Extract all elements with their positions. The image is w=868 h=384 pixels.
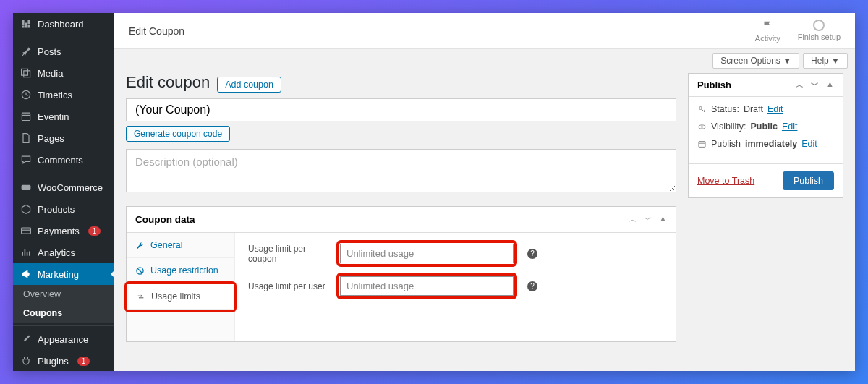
finish-setup-button[interactable]: Finish setup	[798, 20, 841, 43]
move-up-icon[interactable]: ︿	[629, 214, 637, 225]
svg-rect-3	[22, 228, 31, 234]
move-down-icon[interactable]: ﹀	[644, 214, 652, 225]
flag-icon	[761, 20, 774, 33]
sidebar-item-posts[interactable]: Posts	[13, 38, 114, 62]
svg-rect-1	[22, 113, 30, 120]
finish-label: Finish setup	[798, 33, 841, 41]
coupon-title-input[interactable]	[126, 98, 676, 121]
status-label: Status:	[711, 104, 739, 114]
calendar-icon	[20, 111, 32, 122]
submenu-overview[interactable]: Overview	[13, 285, 114, 304]
help-icon[interactable]: ?	[527, 281, 537, 291]
screen-options-button[interactable]: Screen Options ▼	[712, 53, 799, 69]
key-icon	[697, 105, 707, 114]
sidebar-label: Analytics	[38, 247, 75, 258]
sidebar-item-marketing[interactable]: Marketing	[13, 263, 114, 285]
sidebar-item-comments[interactable]: Comments	[13, 149, 114, 171]
sidebar-label: Appearance	[38, 334, 88, 345]
sidebar-item-products[interactable]: Products	[13, 198, 114, 220]
move-to-trash-link[interactable]: Move to Trash	[697, 176, 754, 186]
sidebar-label: Posts	[38, 46, 61, 57]
sidebar-item-woocommerce[interactable]: WooCommerce	[13, 174, 114, 198]
eye-icon	[697, 122, 707, 132]
schedule-label: Publish	[711, 139, 741, 149]
product-icon	[20, 203, 32, 215]
sidebar-label: Payments	[38, 226, 80, 236]
sidebar-item-eventin[interactable]: Eventin	[13, 106, 114, 127]
pin-icon	[20, 46, 32, 57]
limit-per-user-input[interactable]	[340, 276, 514, 296]
help-button[interactable]: Help ▼	[803, 53, 848, 69]
add-coupon-button[interactable]: Add coupon	[217, 77, 281, 93]
sidebar-label: Dashboard	[38, 19, 84, 30]
circle-icon	[813, 20, 825, 31]
activity-button[interactable]: Activity	[755, 20, 780, 43]
media-icon	[20, 67, 32, 79]
clock-icon	[20, 89, 32, 101]
toggle-icon[interactable]: ▲	[659, 214, 667, 225]
visibility-edit-link[interactable]: Edit	[782, 121, 798, 132]
comment-icon	[20, 154, 32, 166]
publish-title: Publish	[697, 80, 731, 90]
toggle-icon[interactable]: ▲	[826, 80, 834, 90]
plug-icon	[20, 355, 32, 367]
sidebar-item-analytics[interactable]: Analytics	[13, 242, 114, 263]
coupon-tabs: General Usage restriction Usage limits	[127, 233, 235, 341]
payments-badge: 1	[88, 226, 101, 236]
description-textarea[interactable]	[126, 149, 676, 192]
coupon-data-box: Coupon data ︿ ﹀ ▲ General	[126, 206, 676, 342]
schedule-edit-link[interactable]: Edit	[801, 139, 817, 149]
plugins-badge: 1	[77, 357, 90, 366]
coupon-data-title: Coupon data	[135, 214, 195, 225]
dashboard-icon	[20, 18, 32, 30]
sidebar-label: Comments	[38, 155, 83, 166]
tab-label: Usage restriction	[150, 265, 218, 276]
sidebar-label: Pages	[38, 133, 64, 144]
tab-label: General	[150, 240, 182, 250]
limit-per-coupon-input[interactable]	[340, 244, 514, 263]
brush-icon	[20, 333, 32, 345]
publish-button[interactable]: Publish	[783, 171, 834, 190]
wrench-icon	[135, 241, 145, 250]
tab-usage-restriction[interactable]: Usage restriction	[127, 258, 234, 283]
sidebar-item-media[interactable]: Media	[13, 62, 114, 84]
activity-label: Activity	[755, 34, 780, 43]
generate-code-button[interactable]: Generate coupon code	[126, 126, 230, 142]
sidebar-label: Plugins	[38, 356, 69, 367]
sidebar-item-pages[interactable]: Pages	[13, 127, 114, 149]
status-value: Draft	[744, 104, 763, 114]
chart-icon	[20, 247, 32, 258]
move-down-icon[interactable]: ﹀	[811, 80, 819, 90]
limit-per-coupon-label: Usage limit per coupon	[248, 244, 326, 264]
sidebar-submenu: Overview Coupons	[13, 285, 114, 323]
visibility-label: Visibility:	[711, 121, 746, 132]
sidebar-label: Timetics	[38, 90, 72, 101]
move-up-icon[interactable]: ︿	[796, 80, 804, 90]
topbar: Edit Coupon Activity Finish setup	[114, 13, 855, 49]
page-heading: Edit coupon	[126, 73, 210, 92]
arrows-icon	[136, 292, 145, 302]
sidebar-item-timetics[interactable]: Timetics	[13, 84, 114, 106]
megaphone-icon	[20, 268, 32, 280]
limit-per-user-label: Usage limit per user	[248, 281, 326, 291]
sidebar-item-appearance[interactable]: Appearance	[13, 325, 114, 350]
tab-usage-limits[interactable]: Usage limits	[127, 284, 234, 310]
card-icon	[20, 225, 32, 236]
sidebar-label: Media	[38, 68, 63, 79]
calendar-icon	[697, 140, 707, 149]
help-icon[interactable]: ?	[527, 249, 537, 259]
page-icon	[20, 132, 32, 144]
sidebar-item-payments[interactable]: Payments 1	[13, 220, 114, 242]
sidebar-item-plugins[interactable]: Plugins 1	[13, 350, 114, 371]
visibility-value: Public	[750, 121, 778, 132]
tab-label: Usage limits	[151, 291, 200, 302]
sidebar-item-dashboard[interactable]: Dashboard	[13, 13, 114, 35]
sidebar-label: Eventin	[38, 111, 69, 122]
submenu-coupons[interactable]: Coupons	[13, 304, 114, 323]
sidebar-label: Marketing	[38, 269, 79, 280]
svg-point-8	[701, 126, 703, 128]
status-edit-link[interactable]: Edit	[767, 104, 783, 114]
tab-general[interactable]: General	[127, 233, 234, 258]
sidebar-label: Products	[38, 204, 75, 215]
topbar-title: Edit Coupon	[129, 25, 184, 37]
